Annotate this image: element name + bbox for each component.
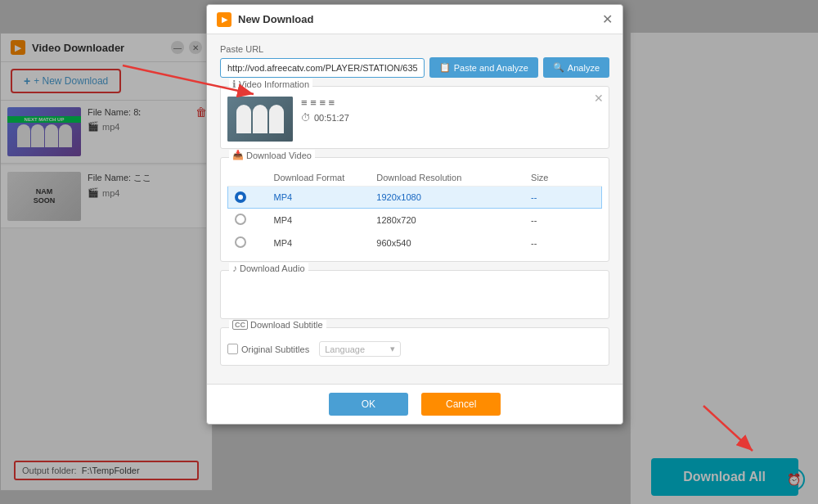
video-thumb-inner xyxy=(227,97,293,142)
download-video-title: 📥 Download Video xyxy=(229,150,315,160)
music-icon: ♪ xyxy=(232,263,237,274)
modal-title-icon: ▶ xyxy=(217,12,231,27)
paste-analyze-label: Paste and Analyze xyxy=(454,63,528,73)
video-info-section-title: ℹ Video Information xyxy=(229,79,312,90)
th-size: Size xyxy=(524,169,601,187)
video-information-section: ℹ Video Information ✕ ≡ ≡ ≡ ≡ xyxy=(220,86,609,149)
modal-close-button[interactable]: ✕ xyxy=(602,11,613,27)
size-cell: -- xyxy=(524,232,601,254)
th-resolution: Download Resolution xyxy=(370,169,524,187)
th-size-label: Size xyxy=(531,173,548,182)
download-format-table: Download Format Download Resolution Size… xyxy=(227,169,602,254)
resolution-cell: 1280x720 xyxy=(370,209,524,232)
person-icon xyxy=(236,105,251,133)
radio-cell[interactable] xyxy=(228,209,267,232)
th-format: Download Format xyxy=(267,169,370,187)
resolution-cell: 960x540 xyxy=(370,232,524,254)
clock-icon: ⏱ xyxy=(301,112,311,124)
url-row: 📋 Paste and Analyze 🔍 Analyze xyxy=(220,57,609,78)
video-title-icons: ≡ ≡ ≡ ≡ xyxy=(301,97,602,109)
download-audio-title: ♪ Download Audio xyxy=(229,263,308,274)
resolution-cell: 1920x1080 xyxy=(370,187,524,209)
thumb-persons xyxy=(236,105,284,133)
person-icon xyxy=(253,105,267,133)
paste-url-label: Paste URL xyxy=(220,44,609,54)
modal-footer: OK Cancel xyxy=(207,384,622,424)
radio-unchecked[interactable] xyxy=(235,214,246,225)
download-subtitle-label: Download Subtitle xyxy=(250,320,323,330)
download-video-label: Download Video xyxy=(246,151,312,160)
download-audio-label: Download Audio xyxy=(240,263,305,273)
th-resolution-label: Download Resolution xyxy=(376,173,461,182)
video-info-close[interactable]: ✕ xyxy=(594,92,604,105)
search-icon: 🔍 xyxy=(553,62,564,73)
th-format-label: Download Format xyxy=(273,173,344,182)
radio-cell[interactable] xyxy=(228,187,267,209)
video-info-thumbnail xyxy=(227,97,293,142)
duration-value: 00:51:27 xyxy=(314,113,349,123)
radio-unchecked[interactable] xyxy=(235,236,246,248)
video-info-content: ≡ ≡ ≡ ≡ ⏱ 00:51:27 xyxy=(227,97,602,142)
radio-checked[interactable] xyxy=(235,191,246,203)
table-row[interactable]: MP4 960x540 -- xyxy=(228,232,602,254)
download-subtitle-title: CC Download Subtitle xyxy=(229,320,326,330)
radio-cell[interactable] xyxy=(228,232,267,254)
modal-body: Paste URL 📋 Paste and Analyze 🔍 Analyze … xyxy=(207,34,622,384)
video-duration: ⏱ 00:51:27 xyxy=(301,112,602,124)
subtitle-row: Original Subtitles Language ▾ xyxy=(227,341,602,357)
ok-button[interactable]: OK xyxy=(329,393,408,416)
paste-icon: 📋 xyxy=(439,62,451,73)
person-icon xyxy=(269,105,284,133)
modal-titlebar: ▶ New Download ✕ xyxy=(207,5,622,34)
size-cell: -- xyxy=(524,209,601,232)
cc-icon: CC xyxy=(232,320,248,330)
download-video-section: 📥 Download Video Download Format Downloa… xyxy=(220,157,609,262)
format-cell: MP4 xyxy=(267,232,370,254)
th-radio xyxy=(228,169,267,187)
url-input[interactable] xyxy=(220,58,425,78)
format-cell: MP4 xyxy=(267,187,370,209)
language-select[interactable]: Language ▾ xyxy=(319,341,401,357)
analyze-button[interactable]: 🔍 Analyze xyxy=(543,57,609,78)
modal-title: New Download xyxy=(238,13,313,25)
download-video-icon: 📥 xyxy=(232,150,244,160)
size-cell: -- xyxy=(524,187,601,209)
language-label: Language xyxy=(325,344,365,354)
table-row[interactable]: MP4 1920x1080 -- xyxy=(228,187,602,209)
video-info-label: Video Information xyxy=(239,79,309,89)
new-download-modal: ▶ New Download ✕ Paste URL 📋 Paste and A… xyxy=(206,4,623,425)
analyze-label: Analyze xyxy=(568,63,600,73)
download-audio-section: ♪ Download Audio xyxy=(220,270,609,319)
chevron-down-icon: ▾ xyxy=(390,344,395,354)
table-row[interactable]: MP4 1280x720 -- xyxy=(228,209,602,232)
info-icon: ℹ xyxy=(232,79,236,90)
paste-analyze-button[interactable]: 📋 Paste and Analyze xyxy=(429,57,538,78)
video-meta: ≡ ≡ ≡ ≡ ⏱ 00:51:27 xyxy=(301,97,602,124)
original-subtitles-checkbox[interactable]: Original Subtitles xyxy=(227,344,309,354)
download-subtitle-section: CC Download Subtitle Original Subtitles … xyxy=(220,327,609,366)
cancel-button[interactable]: Cancel xyxy=(421,393,501,416)
format-cell: MP4 xyxy=(267,209,370,232)
original-subtitles-label: Original Subtitles xyxy=(241,344,309,354)
checkbox-box[interactable] xyxy=(227,344,238,354)
